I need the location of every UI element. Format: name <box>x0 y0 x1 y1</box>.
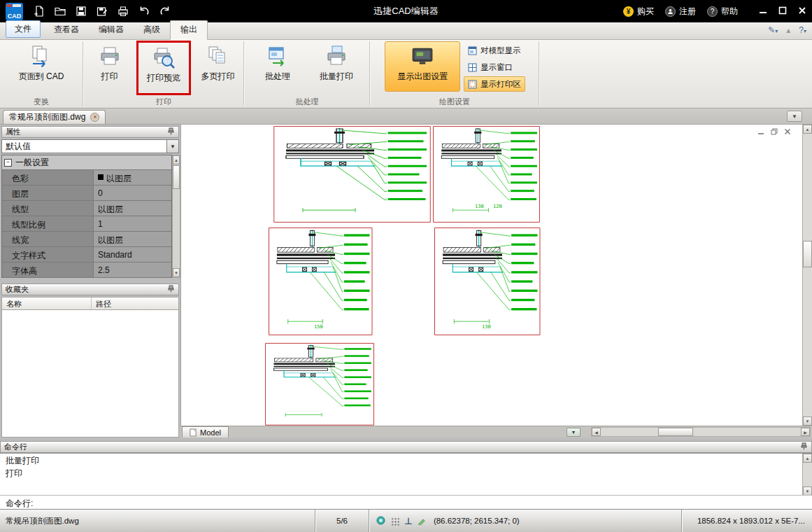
print-preview-label: 打印预览 <box>147 72 180 84</box>
document-list-dropdown[interactable]: ▼ <box>787 111 802 122</box>
ribbon-group-batch: 批处理 批量打印 批处理 <box>245 40 369 108</box>
tab-file[interactable]: 文件 <box>6 20 41 38</box>
left-panel: 属性 默认值 ▼ − 一般设置 色彩 以图层 图层 0 <box>0 125 180 438</box>
property-grid-scrollbar[interactable]: ▲ ▼ <box>172 155 180 278</box>
child-restore-icon[interactable] <box>771 127 778 137</box>
property-row-linetype-scale[interactable]: 线型比例 1 <box>2 216 171 232</box>
scroll-right-icon[interactable]: ▶ <box>801 428 810 436</box>
scroll-up-icon[interactable]: ▲ <box>803 125 812 134</box>
save-as-button[interactable] <box>93 2 111 20</box>
command-history[interactable]: 批量打印 打印 ▲ ▼ <box>0 453 812 495</box>
minimize-button[interactable] <box>759 6 767 17</box>
tab-editor[interactable]: 编辑器 <box>89 21 134 39</box>
help-dropdown-icon[interactable]: ?▾ <box>799 25 806 35</box>
status-sheet-indicator: 5/6 <box>315 510 369 532</box>
display-print-area-label: 显示打印区 <box>480 79 521 90</box>
property-row-lineweight[interactable]: 线宽 以图层 <box>2 232 171 247</box>
favorites-col-name[interactable]: 名称 <box>2 298 92 309</box>
status-bar: 常规吊顶剖面图.dwg 5/6 ⊥ (86.62378; 2615.347; 0… <box>0 509 812 532</box>
property-row-layer[interactable]: 图层 0 <box>2 186 171 201</box>
scroll-down-icon[interactable]: ▼ <box>173 268 180 277</box>
help-button[interactable]: ? 帮助 <box>707 6 738 18</box>
child-close-icon[interactable] <box>784 127 791 137</box>
scrollbar-thumb[interactable] <box>803 241 812 267</box>
group-label-transform: 变换 <box>0 97 83 107</box>
property-row-text-style[interactable]: 文字样式 Standard <box>2 247 171 262</box>
scrollbar-thumb[interactable] <box>658 428 693 436</box>
property-row-font-height[interactable]: 字体高 2.5 <box>2 262 171 278</box>
plot-settings-icon <box>411 46 434 67</box>
quick-print-button[interactable] <box>114 2 132 20</box>
canvas-vertical-scrollbar[interactable]: ▲ ▼ <box>802 125 812 426</box>
layout-list-dropdown[interactable]: ▼ <box>567 428 580 437</box>
close-button[interactable] <box>798 6 806 17</box>
save-button[interactable] <box>72 2 90 20</box>
undo-button[interactable] <box>135 2 153 20</box>
scrollbar-thumb[interactable] <box>173 165 180 189</box>
model-display-button[interactable]: 对模型显示 <box>464 43 525 58</box>
dimension-label: 130 <box>482 324 491 330</box>
maximize-button[interactable] <box>778 6 787 17</box>
ribbon-tab-row: 文件 查看器 编辑器 高级 输出 <box>0 22 812 40</box>
child-minimize-icon[interactable] <box>757 127 764 137</box>
preset-value: 默认值 <box>2 141 166 153</box>
new-file-icon <box>33 5 45 18</box>
canvas-horizontal-scrollbar[interactable]: ◀ ▶ <box>591 427 811 437</box>
pin-icon[interactable] <box>800 442 808 451</box>
new-file-button[interactable] <box>30 2 48 20</box>
document-tab[interactable]: 常规吊顶剖面图.dwg × <box>3 110 106 124</box>
print-button[interactable]: 打印 <box>85 41 134 92</box>
favorites-list[interactable] <box>1 310 179 438</box>
ortho-mode-icon[interactable]: ⊥ <box>404 516 413 526</box>
pen-style-dropdown-icon[interactable]: ✎▾ <box>768 25 778 35</box>
property-group-row[interactable]: − 一般设置 <box>2 155 171 170</box>
properties-panel-header: 属性 <box>1 126 179 138</box>
print-label: 打印 <box>101 71 118 83</box>
draft-marker-icon[interactable] <box>418 516 427 526</box>
print-preview-button[interactable]: 打印预览 <box>138 43 189 93</box>
redo-button[interactable] <box>156 2 174 20</box>
pin-icon[interactable] <box>167 285 175 294</box>
multi-page-print-button[interactable]: 多页打印 <box>193 41 243 92</box>
chevron-down-icon[interactable]: ▼ <box>166 140 178 153</box>
grid-snap-icon[interactable] <box>390 517 399 526</box>
property-row-color[interactable]: 色彩 以图层 <box>2 170 171 186</box>
plot-settings-button[interactable]: 显示出图设置 <box>385 41 460 92</box>
snap-mode-icon[interactable] <box>376 516 385 526</box>
scroll-down-icon[interactable]: ▼ <box>803 416 812 426</box>
page-to-cad-button[interactable]: 页面到 CAD <box>12 41 71 92</box>
property-row-linetype[interactable]: 线型 以图层 <box>2 201 171 216</box>
collapse-ribbon-icon[interactable]: ▴ <box>786 25 790 35</box>
status-extents: 1856.824 x 1893.012 x 5E-7... <box>682 510 812 532</box>
tab-viewer[interactable]: 查看器 <box>44 21 89 39</box>
batch-process-button[interactable]: 批处理 <box>252 41 303 92</box>
tab-advanced[interactable]: 高级 <box>134 21 170 39</box>
scroll-up-icon[interactable]: ▲ <box>803 454 812 463</box>
cad-drawing[interactable]: 130 120 150 130 <box>180 125 802 426</box>
tab-output[interactable]: 输出 <box>170 20 208 40</box>
property-group-label: 一般设置 <box>15 157 49 169</box>
batch-print-icon <box>325 45 348 67</box>
collapse-icon[interactable]: − <box>4 159 12 167</box>
document-close-icon[interactable]: × <box>90 113 99 122</box>
scroll-up-icon[interactable]: ▲ <box>173 155 180 164</box>
preset-dropdown[interactable]: 默认值 ▼ <box>1 139 179 153</box>
page-to-cad-label: 页面到 CAD <box>19 71 64 83</box>
ribbon-group-drawing-settings: 显示出图设置 对模型显示 显示窗口 <box>371 40 539 108</box>
command-input[interactable]: 命令行: <box>0 495 812 509</box>
display-print-area-icon <box>468 80 477 89</box>
document-tab-bar: 常规吊顶剖面图.dwg × ▼ <box>0 108 812 125</box>
favorites-col-path[interactable]: 路径 <box>92 298 178 309</box>
scroll-left-icon[interactable]: ◀ <box>592 428 601 436</box>
display-print-area-button[interactable]: 显示打印区 <box>464 76 525 92</box>
buy-button[interactable]: ¥ 购买 <box>623 6 654 18</box>
status-coordinates: (86.62378; 2615.347; 0) <box>434 510 520 532</box>
open-file-button[interactable] <box>51 2 69 20</box>
command-history-scrollbar[interactable]: ▲ ▼ <box>802 454 812 496</box>
register-button[interactable]: 注册 <box>665 6 696 18</box>
batch-print-button[interactable]: 批量打印 <box>311 41 362 92</box>
display-window-button[interactable]: 显示窗口 <box>464 59 525 75</box>
tab-model[interactable]: Model <box>182 426 229 438</box>
pin-icon[interactable] <box>167 127 175 136</box>
favorites-column-headers: 名称 路径 <box>1 297 179 310</box>
